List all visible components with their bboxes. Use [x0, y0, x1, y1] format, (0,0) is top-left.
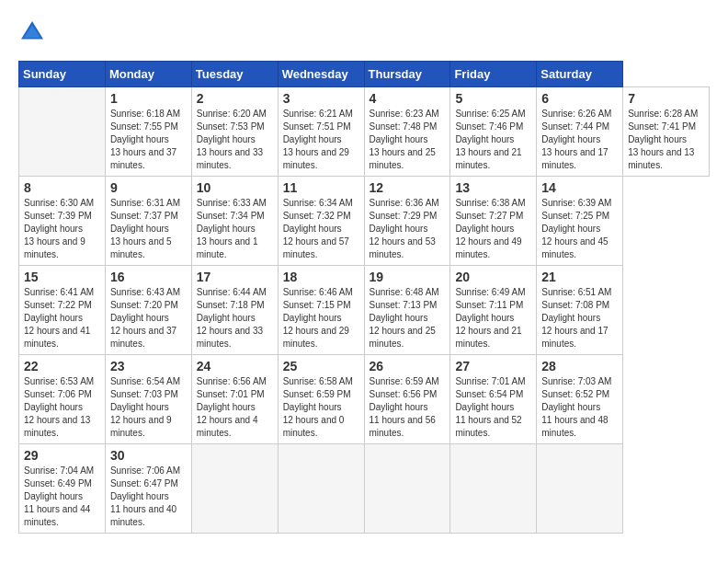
- calendar-day: 24 Sunrise: 6:56 AMSunset: 7:01 PMDaylig…: [191, 355, 278, 444]
- calendar-day: [19, 87, 106, 177]
- day-info: Sunrise: 6:58 AMSunset: 6:59 PMDaylight …: [283, 376, 353, 438]
- day-number: 30: [110, 448, 187, 463]
- day-number: 24: [197, 359, 273, 373]
- logo-icon: [18, 18, 46, 46]
- calendar-day: 11 Sunrise: 6:34 AMSunset: 7:32 PMDaylig…: [278, 177, 364, 266]
- calendar-day: 10 Sunrise: 6:33 AMSunset: 7:34 PMDaylig…: [191, 177, 278, 266]
- calendar-day: 22 Sunrise: 6:53 AMSunset: 7:06 PMDaylig…: [19, 355, 106, 444]
- calendar-day: 6 Sunrise: 6:26 AMSunset: 7:44 PMDayligh…: [537, 87, 623, 177]
- calendar-table: SundayMondayTuesdayWednesdayThursdayFrid…: [18, 61, 710, 534]
- day-header: Saturday: [537, 62, 623, 87]
- calendar-day: 16 Sunrise: 6:43 AMSunset: 7:20 PMDaylig…: [105, 266, 191, 355]
- day-number: 11: [283, 180, 359, 195]
- day-info: Sunrise: 6:20 AMSunset: 7:53 PMDaylight …: [197, 109, 267, 170]
- day-header: Wednesday: [278, 62, 364, 87]
- day-number: 28: [541, 359, 618, 373]
- calendar-day: [450, 444, 537, 534]
- day-info: Sunrise: 6:31 AMSunset: 7:37 PMDaylight …: [110, 198, 180, 259]
- calendar-day: 19 Sunrise: 6:48 AMSunset: 7:13 PMDaylig…: [364, 266, 450, 355]
- day-number: 26: [370, 359, 446, 373]
- day-number: 4: [370, 91, 446, 106]
- day-number: 16: [110, 270, 187, 284]
- calendar-day: 9 Sunrise: 6:31 AMSunset: 7:37 PMDayligh…: [105, 177, 191, 266]
- calendar-day: 26 Sunrise: 6:59 AMSunset: 6:56 PMDaylig…: [364, 355, 450, 444]
- calendar-day: 1 Sunrise: 6:18 AMSunset: 7:55 PMDayligh…: [105, 87, 191, 177]
- day-info: Sunrise: 6:25 AMSunset: 7:46 PMDaylight …: [455, 109, 525, 170]
- day-number: 20: [455, 270, 531, 284]
- day-info: Sunrise: 6:59 AMSunset: 6:56 PMDaylight …: [370, 376, 439, 438]
- logo: [18, 18, 50, 46]
- calendar-day: 14 Sunrise: 6:39 AMSunset: 7:25 PMDaylig…: [537, 177, 623, 266]
- day-info: Sunrise: 6:48 AMSunset: 7:13 PMDaylight …: [370, 287, 439, 349]
- day-info: Sunrise: 7:04 AMSunset: 6:49 PMDaylight …: [24, 465, 94, 527]
- calendar-day: 18 Sunrise: 6:46 AMSunset: 7:15 PMDaylig…: [278, 266, 364, 355]
- day-info: Sunrise: 6:53 AMSunset: 7:06 PMDaylight …: [24, 376, 94, 438]
- day-number: 8: [24, 180, 100, 195]
- day-info: Sunrise: 6:44 AMSunset: 7:18 PMDaylight …: [197, 287, 267, 349]
- page-header: [18, 18, 710, 46]
- calendar-day: 13 Sunrise: 6:38 AMSunset: 7:27 PMDaylig…: [450, 177, 537, 266]
- day-info: Sunrise: 6:34 AMSunset: 7:32 PMDaylight …: [283, 198, 353, 259]
- day-info: Sunrise: 6:30 AMSunset: 7:39 PMDaylight …: [24, 198, 94, 259]
- calendar-day: 28 Sunrise: 7:03 AMSunset: 6:52 PMDaylig…: [537, 355, 623, 444]
- day-number: 7: [628, 91, 704, 106]
- day-number: 27: [455, 359, 531, 373]
- day-number: 25: [283, 359, 359, 373]
- day-info: Sunrise: 6:38 AMSunset: 7:27 PMDaylight …: [455, 198, 525, 259]
- day-number: 9: [110, 180, 187, 195]
- day-info: Sunrise: 7:01 AMSunset: 6:54 PMDaylight …: [455, 376, 525, 438]
- day-header: Monday: [105, 62, 191, 87]
- calendar-day: [278, 444, 364, 534]
- calendar-day: 30 Sunrise: 7:06 AMSunset: 6:47 PMDaylig…: [105, 444, 191, 534]
- day-number: 29: [24, 448, 100, 463]
- day-info: Sunrise: 6:23 AMSunset: 7:48 PMDaylight …: [370, 109, 439, 170]
- day-number: 1: [110, 91, 187, 106]
- day-info: Sunrise: 6:43 AMSunset: 7:20 PMDaylight …: [110, 287, 180, 349]
- day-info: Sunrise: 7:03 AMSunset: 6:52 PMDaylight …: [541, 376, 611, 438]
- day-header: Thursday: [364, 62, 450, 87]
- day-info: Sunrise: 6:36 AMSunset: 7:29 PMDaylight …: [370, 198, 439, 259]
- day-number: 19: [370, 270, 446, 284]
- calendar-day: 3 Sunrise: 6:21 AMSunset: 7:51 PMDayligh…: [278, 87, 364, 177]
- calendar-week: 1 Sunrise: 6:18 AMSunset: 7:55 PMDayligh…: [19, 87, 710, 177]
- calendar-day: 17 Sunrise: 6:44 AMSunset: 7:18 PMDaylig…: [191, 266, 278, 355]
- day-number: 17: [197, 270, 273, 284]
- day-number: 14: [541, 180, 618, 195]
- day-header: Tuesday: [191, 62, 278, 87]
- calendar-day: [191, 444, 278, 534]
- calendar-week: 22 Sunrise: 6:53 AMSunset: 7:06 PMDaylig…: [19, 355, 710, 444]
- day-info: Sunrise: 6:21 AMSunset: 7:51 PMDaylight …: [283, 109, 353, 170]
- calendar-day: [537, 444, 623, 534]
- day-info: Sunrise: 6:41 AMSunset: 7:22 PMDaylight …: [24, 287, 94, 349]
- day-number: 10: [197, 180, 273, 195]
- calendar-day: 12 Sunrise: 6:36 AMSunset: 7:29 PMDaylig…: [364, 177, 450, 266]
- calendar-day: 4 Sunrise: 6:23 AMSunset: 7:48 PMDayligh…: [364, 87, 450, 177]
- calendar-day: 27 Sunrise: 7:01 AMSunset: 6:54 PMDaylig…: [450, 355, 537, 444]
- calendar-week: 29 Sunrise: 7:04 AMSunset: 6:49 PMDaylig…: [19, 444, 710, 534]
- calendar-day: [364, 444, 450, 534]
- calendar-day: 21 Sunrise: 6:51 AMSunset: 7:08 PMDaylig…: [537, 266, 623, 355]
- day-info: Sunrise: 6:33 AMSunset: 7:34 PMDaylight …: [197, 198, 267, 259]
- calendar-day: 15 Sunrise: 6:41 AMSunset: 7:22 PMDaylig…: [19, 266, 106, 355]
- day-number: 3: [283, 91, 359, 106]
- day-info: Sunrise: 6:49 AMSunset: 7:11 PMDaylight …: [455, 287, 525, 349]
- day-info: Sunrise: 6:56 AMSunset: 7:01 PMDaylight …: [197, 376, 267, 438]
- calendar-week: 15 Sunrise: 6:41 AMSunset: 7:22 PMDaylig…: [19, 266, 710, 355]
- calendar-day: 23 Sunrise: 6:54 AMSunset: 7:03 PMDaylig…: [105, 355, 191, 444]
- day-number: 6: [541, 91, 618, 106]
- day-info: Sunrise: 6:18 AMSunset: 7:55 PMDaylight …: [110, 109, 180, 170]
- day-header: Sunday: [19, 62, 106, 87]
- day-header: Friday: [450, 62, 537, 87]
- day-info: Sunrise: 6:51 AMSunset: 7:08 PMDaylight …: [541, 287, 611, 349]
- day-number: 15: [24, 270, 100, 284]
- day-number: 2: [197, 91, 273, 106]
- day-number: 22: [24, 359, 100, 373]
- day-info: Sunrise: 6:39 AMSunset: 7:25 PMDaylight …: [541, 198, 611, 259]
- day-info: Sunrise: 6:28 AMSunset: 7:41 PMDaylight …: [628, 109, 698, 170]
- day-info: Sunrise: 7:06 AMSunset: 6:47 PMDaylight …: [110, 465, 180, 527]
- day-info: Sunrise: 6:46 AMSunset: 7:15 PMDaylight …: [283, 287, 353, 349]
- calendar-day: 25 Sunrise: 6:58 AMSunset: 6:59 PMDaylig…: [278, 355, 364, 444]
- header-row: SundayMondayTuesdayWednesdayThursdayFrid…: [19, 62, 710, 87]
- day-number: 5: [455, 91, 531, 106]
- day-number: 21: [541, 270, 618, 284]
